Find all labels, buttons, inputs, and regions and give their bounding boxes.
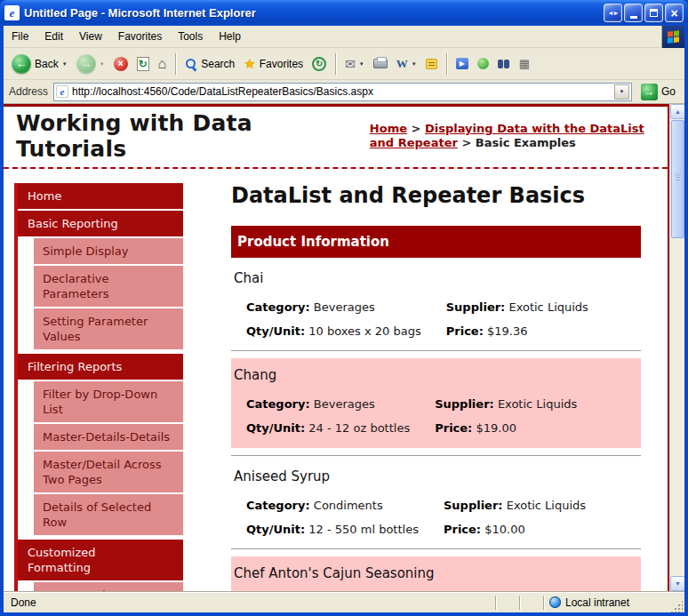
status-bar: Done Local intranet <box>4 591 684 612</box>
stop-button[interactable]: × <box>109 54 132 74</box>
sidebar-item-master-details-details[interactable]: Master-Details-Details <box>34 424 183 450</box>
print-icon <box>373 59 388 68</box>
qty-value: 10 boxes x 20 bags <box>308 324 420 338</box>
supplier-value: Exotic Liquids <box>498 397 577 411</box>
print-button[interactable] <box>369 56 392 71</box>
go-button[interactable]: → Go <box>637 84 679 100</box>
breadcrumb-separator: > <box>461 136 471 149</box>
forward-button[interactable]: → ▼ <box>72 52 109 76</box>
vertical-scrollbar[interactable]: ▲ ▼ <box>669 104 684 591</box>
menu-view[interactable]: View <box>71 26 110 47</box>
minimize-button[interactable] <box>624 4 643 22</box>
page-title: DataList and Repeater Basics <box>231 183 641 208</box>
research-icon <box>498 59 510 69</box>
category-label: Category: <box>246 397 310 411</box>
browser-window: e Untitled Page - Microsoft Internet Exp… <box>0 0 688 616</box>
scroll-down-button[interactable]: ▼ <box>670 576 684 591</box>
product-divider <box>231 455 641 456</box>
menu-file[interactable]: File <box>4 26 36 47</box>
edit-button[interactable]: W ▼ <box>392 54 421 74</box>
mail-button[interactable]: ✉ ▼ <box>340 55 369 73</box>
quick-launch-button[interactable]: ▦ <box>515 55 534 72</box>
close-button[interactable]: × <box>665 4 684 22</box>
security-zone: Local intranet <box>546 596 670 609</box>
breadcrumb-home-link[interactable]: Home <box>370 122 407 135</box>
web-page: Working with Data Tutorials Home > Displ… <box>4 104 669 591</box>
discuss-icon <box>426 59 437 69</box>
back-button[interactable]: ← Back ▼ <box>7 52 72 76</box>
sidebar-item-filtering-reports[interactable]: Filtering Reports <box>18 354 183 380</box>
product-item: Chai Category: Beverages Supplier: Exoti… <box>231 261 641 343</box>
research-button[interactable] <box>493 56 515 72</box>
address-label: Address <box>9 85 48 98</box>
menu-favorites[interactable]: Favorites <box>110 26 170 47</box>
menu-help[interactable]: Help <box>211 26 249 47</box>
mail-dropdown-icon[interactable]: ▼ <box>359 61 364 67</box>
arrows-icon: ◄► <box>608 10 619 16</box>
resize-grip[interactable] <box>670 600 683 612</box>
toolbar-separator <box>335 53 336 75</box>
refresh-button[interactable]: ↻ <box>132 54 154 74</box>
back-dropdown-icon[interactable]: ▼ <box>62 61 68 67</box>
qty-label: Qty/Unit: <box>246 421 305 435</box>
stop-icon: × <box>114 57 128 71</box>
forward-dropdown-icon: ▼ <box>100 61 105 67</box>
page-body: Home Basic Reporting Simple Display Decl… <box>4 169 668 591</box>
standard-toolbar: ← Back ▼ → ▼ × ↻ ⌂ Search ★ Favorites ↻ … <box>4 48 684 80</box>
discuss-button[interactable] <box>421 56 442 72</box>
menu-edit[interactable]: Edit <box>36 26 71 47</box>
sidebar-item-home[interactable]: Home <box>18 183 183 209</box>
scrollbar-thumb[interactable] <box>671 120 684 238</box>
product-details-table: Category: Beverages Supplier: Exotic Liq… <box>246 295 613 343</box>
qty-label: Qty/Unit: <box>246 523 305 536</box>
zone-label: Local intranet <box>565 596 629 609</box>
home-icon: ⌂ <box>158 57 167 71</box>
scroll-up-button[interactable]: ▲ <box>670 104 684 119</box>
price-label: Price: <box>446 324 484 338</box>
supplier-label: Supplier: <box>435 397 494 411</box>
sidebar-item-master-detail-across-two-pages[interactable]: Master/Detail Across Two Pages <box>34 452 183 492</box>
sidebar-item-details-of-selected-row[interactable]: Details of Selected Row <box>34 494 183 535</box>
edit-word-icon: W <box>396 57 408 71</box>
category-label: Category: <box>246 499 310 512</box>
sidebar-item-customized-formatting[interactable]: Customized Formatting <box>18 540 183 580</box>
sidebar-nav: Home Basic Reporting Simple Display Decl… <box>14 169 183 591</box>
toolbar-separator <box>446 53 447 75</box>
home-button[interactable]: ⌂ <box>154 54 172 74</box>
windows-logo-icon <box>661 26 684 48</box>
product-item: Chef Anton's Cajun Seasoning Category: C… <box>231 556 641 591</box>
menu-tools[interactable]: Tools <box>170 26 211 47</box>
maximize-button[interactable] <box>644 4 663 22</box>
history-icon: ↻ <box>312 57 326 71</box>
sidebar-item-simple-display[interactable]: Simple Display <box>34 238 183 264</box>
qty-value: 12 - 550 ml bottles <box>308 523 419 536</box>
history-button[interactable]: ↻ <box>308 54 331 74</box>
price-value: $19.00 <box>476 421 516 435</box>
main-content: DataList and Repeater Basics Product Inf… <box>183 169 668 591</box>
sidebar-item-filter-by-drop-down-list[interactable]: Filter by Drop-Down List <box>34 381 183 422</box>
page-header: Working with Data Tutorials Home > Displ… <box>4 107 668 169</box>
product-name: Chef Anton's Cajun Seasoning <box>231 556 641 583</box>
edit-dropdown-icon[interactable]: ▼ <box>412 61 417 67</box>
sidebar-item-format-colors[interactable]: Format Colors <box>34 582 183 591</box>
address-input[interactable] <box>72 85 611 98</box>
product-name: Chai <box>231 261 641 288</box>
messenger-button[interactable] <box>473 55 493 72</box>
sidebar-item-declarative-parameters[interactable]: Declarative Parameters <box>34 266 183 307</box>
product-divider <box>231 350 641 351</box>
product-details-table: Category: Condiments Supplier: Exotic Li… <box>246 493 611 541</box>
sidebar-item-basic-reporting[interactable]: Basic Reporting <box>18 211 183 236</box>
media-button[interactable]: ▶ <box>452 55 473 72</box>
mail-icon: ✉ <box>345 58 356 70</box>
sidebar-item-setting-parameter-values[interactable]: Setting Parameter Values <box>34 308 183 349</box>
category-label: Category: <box>246 300 310 314</box>
favorites-button[interactable]: ★ Favorites <box>239 54 308 73</box>
toolbar-separator <box>175 53 176 75</box>
window-arrows-button[interactable]: ◄► <box>604 4 622 22</box>
address-dropdown-button[interactable]: ▼ <box>614 84 629 100</box>
ie-page-icon: e <box>4 5 20 20</box>
supplier-label: Supplier: <box>446 300 506 314</box>
statusbar-panel <box>498 595 517 611</box>
breadcrumb-current: Basic Examples <box>476 136 576 149</box>
search-button[interactable]: Search <box>180 55 239 73</box>
